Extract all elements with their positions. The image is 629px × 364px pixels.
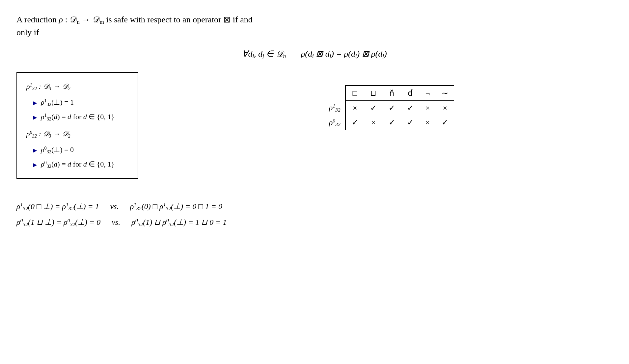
- table-cell-rho1-sim: ×: [436, 101, 454, 116]
- left-definition-box: ρ132 : 𝒟3 → 𝒟2 ▶ ρ132(⊥) = 1 ▶ ρ132(d) =…: [16, 72, 138, 179]
- table-cell-rho0-ntilde: ✓: [383, 115, 401, 130]
- rho0-bullet2: ▶ ρ032(d) = d for d ∈ {0, 1}: [33, 157, 128, 171]
- table-cell-rho0-meet: ✓: [345, 115, 364, 130]
- table-header-neg: ¬: [420, 86, 436, 101]
- rho1-bullet1: ▶ ρ132(⊥) = 1: [33, 95, 128, 110]
- only-if-text: only if: [16, 28, 39, 37]
- bullet-arrow-icon: ▶: [33, 145, 37, 156]
- table-cell-rho1-neg: ×: [420, 101, 436, 116]
- table-cell-rho1-label: ρ132: [323, 101, 345, 116]
- table-row: ρ032 ✓ × ✓ ✓ × ✓: [323, 115, 454, 130]
- table-header-join: ⊔: [364, 86, 383, 101]
- bottom-formula-line1: ρ132(0 □ ⊥) = ρ132(⊥) = 1 vs. ρ132(0) □ …: [16, 198, 613, 214]
- table-cell-rho1-ntilde: ✓: [383, 101, 401, 116]
- rho1-bullet2: ▶ ρ132(d) = d for d ∈ {0, 1}: [33, 110, 128, 124]
- bullet-arrow-icon: ▶: [33, 160, 37, 170]
- center-formula: ∀di, dj ∈ 𝒟n ρ(di ⊠ dj) = ρ(di) ⊠ ρ(dj): [16, 49, 613, 59]
- table-cell-rho1-join: ✓: [364, 101, 383, 116]
- operator-table-area: □ ⊔ n̆ d̆ ¬ ∼ ρ132 × ✓ ✓ ✓ ×: [165, 72, 613, 130]
- table-row: ρ132 × ✓ ✓ ✓ × ×: [323, 101, 454, 116]
- table-header-dtilde: d̆: [401, 86, 420, 101]
- table-cell-rho0-neg: ×: [420, 115, 436, 130]
- rho0-bullet1: ▶ ρ032(⊥) = 0: [33, 143, 128, 157]
- table-cell-rho0-sim: ✓: [436, 115, 454, 130]
- table-header-empty: [323, 86, 345, 101]
- table-header-row: □ ⊔ n̆ d̆ ¬ ∼: [323, 86, 454, 101]
- bottom-formula-line2: ρ032(1 ⊔ ⊥) = ρ032(⊥) = 0 vs. ρ032(1) ⊔ …: [16, 214, 613, 230]
- bullet-arrow-icon: ▶: [33, 98, 37, 108]
- table-header-meet: □: [345, 86, 364, 101]
- table-header-ntilde: n̆: [383, 86, 401, 101]
- rho1-title: ρ132 : 𝒟3 → 𝒟2: [26, 79, 128, 94]
- table-cell-rho0-label: ρ032: [323, 115, 345, 130]
- main-content: ρ132 : 𝒟3 → 𝒟2 ▶ ρ132(⊥) = 1 ▶ ρ132(d) =…: [16, 72, 613, 179]
- vs-label-2: vs.: [106, 214, 126, 230]
- intro-paragraph: A reduction ρ : 𝒟n → 𝒟m is safe with res…: [16, 13, 613, 39]
- table-cell-rho0-join: ×: [364, 115, 383, 130]
- operator-table: □ ⊔ n̆ d̆ ¬ ∼ ρ132 × ✓ ✓ ✓ ×: [323, 85, 454, 130]
- intro-text: A reduction ρ : 𝒟n → 𝒟m is safe with res…: [16, 15, 253, 24]
- table-cell-rho1-meet: ×: [345, 101, 364, 116]
- table-cell-rho0-dtilde: ✓: [401, 115, 420, 130]
- bottom-formulas: ρ132(0 □ ⊥) = ρ132(⊥) = 1 vs. ρ132(0) □ …: [16, 198, 613, 230]
- rho0-title: ρ032 : 𝒟3 → 𝒟2: [26, 127, 128, 141]
- bullet-arrow-icon: ▶: [33, 112, 37, 123]
- vs-label-1: vs.: [104, 198, 125, 214]
- table-cell-rho1-dtilde: ✓: [401, 101, 420, 116]
- table-header-sim: ∼: [436, 86, 454, 101]
